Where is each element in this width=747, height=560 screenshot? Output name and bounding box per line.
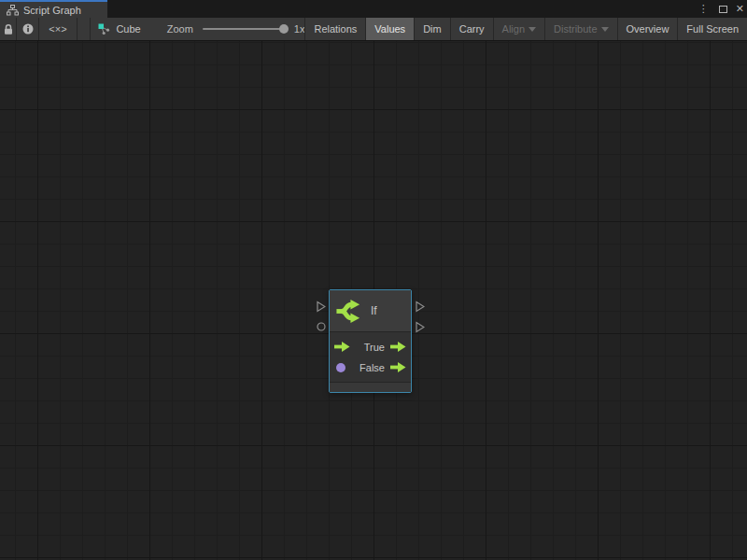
zoom-label: Zoom — [167, 23, 193, 35]
code-view-button[interactable]: <×> — [39, 18, 78, 40]
port-row-false: False — [330, 357, 411, 378]
if-node-footer — [330, 382, 411, 392]
flow-input-marker-triangle[interactable] — [317, 301, 326, 313]
false-flow-output-port[interactable] — [390, 362, 406, 372]
tab-title: Script Graph — [23, 5, 81, 16]
titlebar: Script Graph ⋮ ✕ — [0, 0, 747, 18]
flow-input-port[interactable] — [334, 342, 355, 352]
dim-button[interactable]: Dim — [414, 18, 450, 40]
condition-bool-input-port[interactable] — [334, 363, 355, 372]
script-graph-window: Script Graph ⋮ ✕ — [0, 0, 747, 560]
port-label-true: True — [355, 342, 390, 353]
script-graph-asset-icon — [98, 23, 110, 35]
maximize-icon[interactable] — [719, 6, 727, 13]
if-node-header[interactable]: If — [330, 290, 411, 332]
carry-button[interactable]: Carry — [450, 18, 493, 40]
graph-target[interactable]: Cube — [91, 18, 149, 40]
values-button[interactable]: Values — [365, 18, 414, 40]
fullscreen-button[interactable]: Full Screen — [677, 18, 747, 40]
graph-canvas[interactable]: If True — [0, 41, 747, 560]
graph-hierarchy-icon — [7, 5, 19, 16]
lock-button[interactable] — [0, 18, 17, 40]
target-label: Cube — [116, 23, 140, 35]
align-button[interactable]: Align — [493, 18, 544, 40]
condition-input-marker-circle[interactable] — [317, 322, 326, 331]
window-menu-icon[interactable]: ⋮ — [697, 4, 711, 14]
lock-icon — [3, 23, 14, 35]
overview-button[interactable]: Overview — [617, 18, 678, 40]
zoom-value: 1x — [294, 23, 305, 35]
close-icon[interactable]: ✕ — [736, 4, 744, 14]
if-node[interactable]: If True — [329, 289, 412, 393]
chevron-down-icon — [601, 27, 609, 32]
zoom-slider[interactable] — [203, 28, 287, 30]
code-icon: <×> — [49, 23, 66, 35]
chevron-down-icon — [529, 27, 536, 32]
tab-script-graph[interactable]: Script Graph — [0, 0, 107, 18]
relations-button[interactable]: Relations — [304, 18, 365, 40]
distribute-button[interactable]: Distribute — [544, 18, 616, 40]
port-label-false: False — [355, 362, 390, 373]
false-output-marker-triangle[interactable] — [416, 321, 425, 333]
zoom-slider-knob[interactable] — [279, 24, 289, 34]
true-output-marker-triangle[interactable] — [416, 301, 425, 313]
node-title: If — [371, 304, 377, 317]
if-node-ports: True False — [330, 332, 411, 382]
inspect-button[interactable] — [17, 18, 39, 40]
true-flow-output-port[interactable] — [390, 342, 406, 352]
zoom-control: Zoom 1x — [167, 18, 305, 40]
toolbar-spacer — [78, 18, 92, 40]
info-icon — [22, 23, 34, 35]
toolbar: <×> Cube Zoom 1x Relations Values — [0, 18, 747, 41]
branch-icon — [334, 297, 363, 326]
port-row-true: True — [330, 337, 411, 357]
bool-port-dot-icon — [336, 363, 345, 372]
